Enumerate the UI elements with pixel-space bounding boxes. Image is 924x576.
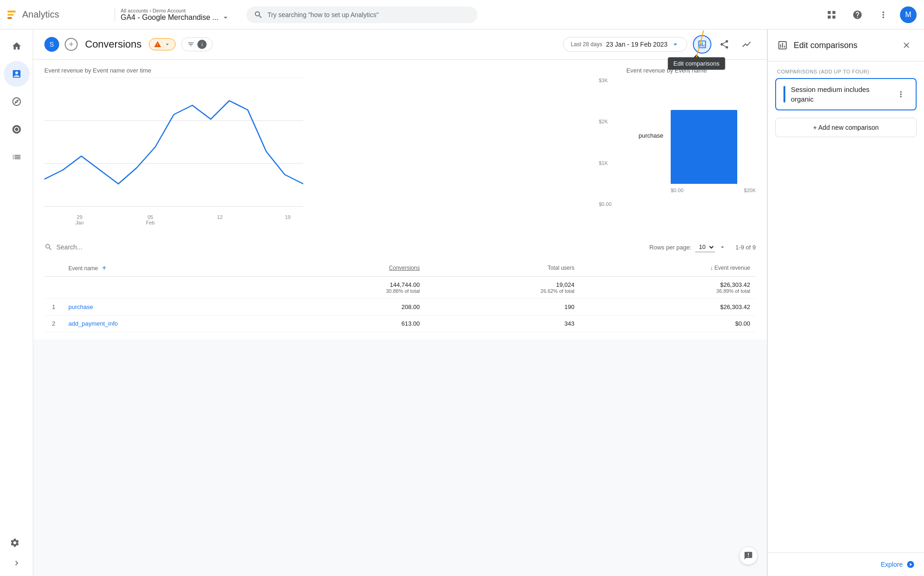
help-icon-button[interactable] [848, 6, 867, 24]
panel-header: Edit comparisons [768, 30, 924, 61]
grid-icon-button[interactable] [822, 6, 841, 24]
share-button[interactable] [715, 35, 734, 54]
bar-x-label-20k: $20K [744, 188, 756, 193]
comparison-item: Session medium includes organic [775, 78, 917, 110]
event-name-col-header[interactable]: Event name + [63, 260, 271, 277]
add-new-comparison-button[interactable]: + Add new comparison [775, 118, 917, 137]
table-row: 1 purchase 208.00 190 $26,303.42 [44, 299, 756, 315]
more-icon-button[interactable] [874, 6, 893, 24]
reports-icon [12, 69, 22, 79]
sidebar-item-reports[interactable] [4, 61, 30, 87]
conversions-col-header[interactable]: Conversions [271, 260, 425, 277]
warning-badge[interactable] [149, 38, 176, 50]
bar-col: $0.00 $20K [671, 78, 756, 193]
table-header: Event name + Conversions Total users ↓ E… [44, 260, 756, 277]
main-content: S + Conversions i Last 28 days 23 Jan - … [33, 30, 767, 576]
table-section: Rows per page: 10 25 50 1-9 of 9 Even [33, 233, 767, 340]
feedback-button[interactable] [739, 546, 758, 565]
explore-arrow-icon [906, 560, 915, 569]
row2-rank: 2 [44, 315, 63, 332]
table-search-icon [44, 243, 53, 251]
compare-icon [697, 39, 707, 49]
comparison-text: Session medium includes organic [791, 85, 888, 104]
date-label: Last 28 days [571, 41, 602, 48]
date-dropdown-icon [671, 40, 679, 49]
search-icon [254, 10, 263, 19]
x-axis-labels: 29 Jan 05 Feb 12 19 [44, 214, 322, 225]
filter-button[interactable]: i [181, 37, 213, 51]
search-input-container[interactable] [44, 240, 644, 254]
explore-button[interactable]: Explore [881, 560, 915, 569]
sidebar-item-configure[interactable] [4, 144, 30, 170]
row1-rank: 1 [44, 299, 63, 315]
account-name[interactable]: GA4 - Google Merchandise ... [121, 13, 230, 22]
rows-dropdown-icon [719, 243, 726, 251]
filter-icon [187, 41, 195, 48]
home-icon [12, 41, 22, 51]
line-chart-wrapper: $3K $2K $1K $0.00 [44, 78, 615, 225]
help-icon [852, 10, 863, 20]
add-comparison-header-button[interactable]: + [65, 38, 78, 51]
panel-close-button[interactable] [898, 37, 915, 54]
y-label-3k: $3K [599, 78, 612, 83]
table-body: 144,744.00 30.88% of total 19,024 26.62%… [44, 277, 756, 332]
comparison-indicator [783, 86, 785, 103]
right-panel: Edit comparisons COMPARISONS (ADD UP TO … [767, 30, 924, 576]
row2-conversions: 613.00 [271, 315, 425, 332]
sidebar-item-advertising[interactable] [4, 116, 30, 142]
x-label-19: 19 [285, 214, 290, 225]
breadcrumb: All accounts › Demo Account [121, 8, 230, 13]
row1-conversions: 208.00 [271, 299, 425, 315]
explore-icon [12, 97, 22, 107]
sidebar-item-home[interactable] [4, 33, 30, 59]
trend-button[interactable] [737, 35, 756, 54]
summary-conversions: 144,744.00 30.88% of total [271, 277, 425, 299]
settings-icon [10, 538, 20, 548]
header-bar: S + Conversions i Last 28 days 23 Jan - … [33, 30, 767, 60]
trend-icon [741, 39, 752, 49]
y-label-0: $0.00 [599, 201, 612, 207]
y-label-1k: $1K [599, 160, 612, 166]
settings-button[interactable] [6, 534, 24, 552]
search-placeholder: Try searching "how to set up Analytics" [268, 11, 379, 18]
search-bar[interactable]: Try searching "how to set up Analytics" [246, 6, 477, 23]
sidebar-item-explore[interactable] [4, 89, 30, 115]
panel-header-icon [777, 40, 788, 51]
edit-comparisons-button[interactable] [693, 35, 711, 54]
dropdown-icon [221, 13, 230, 22]
total-users-col-header[interactable]: Total users [425, 260, 580, 277]
summary-row: 144,744.00 30.88% of total 19,024 26.62%… [44, 277, 756, 299]
bar-chart-title: Event revenue by Event name [626, 67, 756, 74]
bar-label-col: purchase [626, 78, 663, 193]
row1-name[interactable]: purchase [63, 299, 271, 315]
date-range-selector[interactable]: Last 28 days 23 Jan - 19 Feb 2023 [563, 37, 687, 52]
event-revenue-col-header[interactable]: ↓ Event revenue [580, 260, 756, 277]
search-field[interactable] [56, 243, 644, 251]
x-label-05feb: 05 Feb [146, 214, 155, 225]
nav-actions: M [822, 6, 917, 24]
rank-col-header [44, 260, 63, 277]
table-icon [12, 152, 22, 162]
data-table: Event name + Conversions Total users ↓ E… [44, 260, 756, 332]
line-chart-section: Event revenue by Event name over time $3… [44, 67, 615, 225]
row2-name[interactable]: add_payment_info [63, 315, 271, 332]
rows-per-page-select[interactable]: 10 25 50 [695, 242, 715, 252]
summary-event-revenue: $26,303.42 36.89% of total [580, 277, 756, 299]
charts-area: Event revenue by Event name over time $3… [33, 60, 767, 233]
row2-users: 343 [425, 315, 580, 332]
sidebar-bottom [4, 532, 30, 572]
bar-chart-inner: purchase $0.00 [626, 78, 756, 207]
logo-area: Analytics [7, 9, 109, 20]
collapse-sidebar-button[interactable] [4, 554, 30, 572]
row1-users: 190 [425, 299, 580, 315]
comparison-menu-button[interactable] [893, 87, 908, 102]
dropdown-small-icon [164, 41, 171, 48]
add-column-button[interactable]: + [99, 263, 109, 273]
nav-divider [115, 7, 115, 22]
share-icon [719, 39, 729, 49]
x-label-12: 12 [217, 214, 222, 225]
avatar[interactable]: M [900, 6, 917, 23]
user-badge: S [44, 37, 59, 52]
bar-x-labels: $0.00 $20K [671, 184, 756, 193]
bar-chart-section: Event revenue by Event name purchase [626, 67, 756, 225]
